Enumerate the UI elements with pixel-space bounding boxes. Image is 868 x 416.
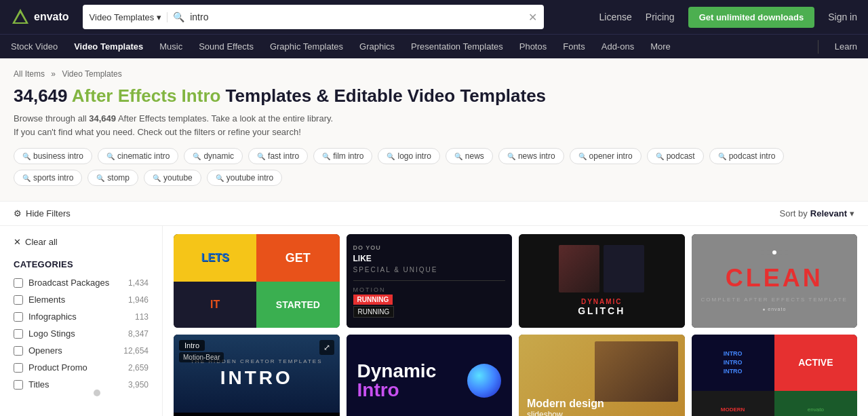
sign-in-link[interactable]: Sign in	[828, 12, 857, 22]
tag-cinematic-intro[interactable]: 🔍cinematic intro	[98, 148, 178, 164]
thumb-clean: CLEAN COMPLETE AFTER EFFECTS TEMPLATE ● …	[692, 234, 858, 328]
grid-item-intro-playing[interactable]: THE HIDDEN CREATOR TEMPLATES INTRO ▶ 0:0…	[174, 335, 340, 416]
search-category-selector[interactable]: Video Templates ▾	[90, 12, 168, 22]
lets-text-1: LETS	[201, 252, 229, 263]
category-product-promo[interactable]: Product Promo 2,659	[14, 362, 149, 373]
category-logo-stings[interactable]: Logo Stings 8,347	[14, 328, 149, 339]
grid-item-multi-active[interactable]: INTROINTROINTRO ACTIVE MODERN envato	[692, 335, 858, 416]
tag-fast-intro[interactable]: 🔍fast intro	[248, 148, 308, 164]
category-infographics[interactable]: Infographics 113	[14, 311, 149, 322]
category-broadcast-packages[interactable]: Broadcast Packages 1,434	[14, 278, 149, 288]
dynamic-line1: Dynamic	[357, 362, 437, 381]
secondary-nav-addons[interactable]: Add-ons	[601, 41, 634, 52]
filter-bar: ⚙ Hide Filters Sort by Relevant ▾	[0, 201, 868, 226]
grid-item-dynamic-glitch[interactable]: DYNAMIC GLITCH	[519, 234, 685, 328]
clear-all-button[interactable]: ✕ Clear all	[14, 237, 149, 247]
thumb-dynamic-intro: Dynamic Intro	[347, 335, 513, 416]
hide-filters-button[interactable]: ⚙ Hide Filters	[14, 208, 71, 219]
breadcrumb-video-templates[interactable]: Video Templates	[62, 69, 121, 79]
pricing-link[interactable]: Pricing	[646, 12, 675, 22]
thumb-do-you-like: DO YOU LIKE SPECIAL & UNIQUE MOTION RUNN…	[347, 234, 513, 328]
category-openers[interactable]: Openers 12,654	[14, 345, 149, 356]
license-link[interactable]: License	[599, 12, 632, 22]
running-text: RUNNING	[353, 295, 393, 305]
secondary-nav-video-templates[interactable]: Video Templates	[74, 41, 143, 52]
category-count-titles: 3,950	[128, 380, 149, 390]
secondary-nav-more[interactable]: More	[650, 41, 671, 52]
page-title: 34,649 After Effects Intro Templates & E…	[14, 86, 854, 107]
tag-dynamic[interactable]: 🔍dynamic	[184, 148, 243, 164]
dynamic-glitch-label: DYNAMIC	[578, 298, 625, 305]
tag-sports-intro[interactable]: 🔍sports intro	[14, 170, 82, 186]
tag-stomp[interactable]: 🔍stomp	[87, 170, 138, 186]
search-results-header: All Items » Video Templates 34,649 After…	[0, 58, 868, 201]
category-checkbox-infographics[interactable]	[14, 312, 23, 322]
expand-button[interactable]: ⤢	[319, 340, 334, 355]
secondary-nav-photos[interactable]: Photos	[519, 41, 547, 52]
category-titles[interactable]: Titles 3,950	[14, 379, 149, 390]
secondary-nav-fonts[interactable]: Fonts	[563, 41, 585, 52]
category-checkbox-logo-stings[interactable]	[14, 329, 23, 339]
lets-quad-layout: LETS GET IT STARTED	[174, 234, 340, 328]
maq4: envato	[774, 391, 857, 416]
tag-news-intro[interactable]: 🔍news intro	[498, 148, 564, 164]
logo[interactable]: envato	[11, 7, 69, 26]
sidebar: ✕ Clear all Categories Broadcast Package…	[0, 226, 163, 416]
dot-2	[766, 250, 770, 254]
motion-label: MOTION	[353, 286, 506, 293]
grid-item-lets-get-started[interactable]: LETS GET IT STARTED	[174, 234, 340, 328]
category-checkbox-product-promo[interactable]	[14, 363, 23, 373]
category-elements[interactable]: Elements 1,946	[14, 295, 149, 305]
lets-text-3: IT	[210, 299, 220, 310]
tag-news[interactable]: 🔍news	[446, 148, 493, 164]
breadcrumb-all-items[interactable]: All Items	[14, 69, 45, 79]
logo-text: envato	[34, 11, 69, 23]
tag-business-intro[interactable]: 🔍business intro	[14, 148, 92, 164]
category-checkbox-elements[interactable]	[14, 295, 23, 305]
glitch-photo-1	[559, 245, 599, 292]
envato-logo-small: envato	[808, 406, 824, 413]
tag-film-intro[interactable]: 🔍film intro	[313, 148, 372, 164]
grid-item-do-you-like[interactable]: DO YOU LIKE SPECIAL & UNIQUE MOTION RUNN…	[347, 234, 513, 328]
sort-by-label: Sort by	[780, 208, 808, 219]
content-area: ✕ Clear all Categories Broadcast Package…	[0, 226, 868, 416]
lets-text-2: GET	[285, 252, 311, 264]
grid-item-clean[interactable]: CLEAN COMPLETE AFTER EFFECTS TEMPLATE ● …	[692, 234, 858, 328]
thumb-lets-get-started: LETS GET IT STARTED	[174, 234, 340, 328]
grid-item-dynamic-intro[interactable]: Dynamic Intro	[347, 335, 513, 416]
secondary-nav-sound-effects[interactable]: Sound Effects	[199, 41, 254, 52]
tag-opener-intro[interactable]: 🔍opener intro	[570, 148, 642, 164]
tag-podcast[interactable]: 🔍podcast	[647, 148, 704, 164]
category-checkbox-titles[interactable]	[14, 380, 23, 390]
category-count-logo-stings: 8,347	[128, 329, 149, 339]
category-checkbox-openers[interactable]	[14, 346, 23, 356]
search-input[interactable]	[190, 12, 522, 22]
category-count-elements: 1,946	[128, 295, 149, 305]
chevron-down-icon: ▾	[157, 12, 161, 22]
tag-logo-intro[interactable]: 🔍logo intro	[378, 148, 439, 164]
secondary-nav-stock-video[interactable]: Stock Video	[11, 41, 58, 52]
tag-podcast-intro[interactable]: 🔍podcast intro	[709, 148, 785, 164]
nav-divider	[818, 40, 818, 54]
clear-search-icon[interactable]: ✕	[528, 11, 537, 24]
learn-link[interactable]: Learn	[835, 41, 857, 52]
clean-envato-label: ● envato	[762, 307, 786, 311]
categories-section-title: Categories	[14, 259, 149, 269]
dynamic-sphere	[467, 364, 501, 398]
tag-youtube-intro[interactable]: 🔍youtube intro	[207, 170, 282, 186]
sort-selector[interactable]: Sort by Relevant ▾	[780, 208, 854, 219]
secondary-nav-presentation-templates[interactable]: Presentation Templates	[411, 41, 503, 52]
category-checkbox-broadcast[interactable]	[14, 278, 23, 288]
grid-item-modern-design[interactable]: Modern design slideshow	[519, 335, 685, 416]
dynamic-line2: Intro	[357, 381, 437, 400]
secondary-nav-graphics[interactable]: Graphics	[359, 41, 395, 52]
secondary-nav-graphic-templates[interactable]: Graphic Templates	[270, 41, 343, 52]
glitch-photo-2	[604, 245, 644, 292]
desc-line1: Browse through all 34,649 After Effects …	[14, 112, 854, 126]
maq3: MODERN	[692, 391, 774, 416]
tag-youtube[interactable]: 🔍youtube	[144, 170, 201, 186]
category-count-infographics: 113	[135, 312, 149, 322]
secondary-nav-music[interactable]: Music	[159, 41, 182, 52]
unlimited-downloads-button[interactable]: Get unlimited downloads	[688, 7, 815, 28]
playing-content: THE HIDDEN CREATOR TEMPLATES INTRO	[191, 358, 323, 389]
